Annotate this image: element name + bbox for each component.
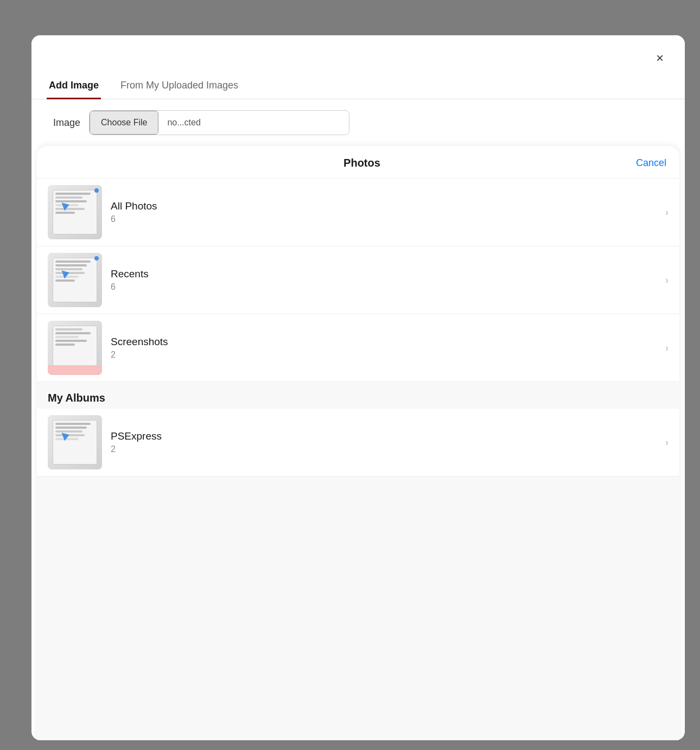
album-thumbnail	[48, 185, 102, 239]
no-file-selected-text: no...cted	[158, 112, 209, 133]
album-count: 6	[111, 214, 657, 224]
file-input-row: Image Choose File no...cted	[31, 99, 685, 146]
album-name: Screenshots	[111, 336, 657, 348]
image-label: Image	[53, 117, 80, 129]
list-item[interactable]: Screenshots 2 ›	[37, 314, 679, 382]
photos-panel: Photos Cancel	[37, 146, 679, 740]
album-name: All Photos	[111, 200, 657, 212]
close-button[interactable]: ×	[650, 48, 670, 68]
tab-uploaded-images[interactable]: From My Uploaded Images	[118, 73, 240, 99]
my-albums-title: My Albums	[48, 392, 105, 404]
album-thumbnail	[48, 415, 102, 469]
list-item[interactable]: All Photos 6 ›	[37, 179, 679, 246]
album-name: PSExpress	[111, 430, 657, 442]
album-info: Screenshots 2	[111, 336, 657, 360]
album-name: Recents	[111, 268, 657, 280]
chevron-right-icon: ›	[665, 342, 669, 354]
modal-header: ×	[31, 35, 685, 68]
album-thumbnail	[48, 321, 102, 375]
photos-cancel-button[interactable]: Cancel	[636, 157, 666, 169]
album-count: 6	[111, 282, 657, 292]
album-info: PSExpress 2	[111, 430, 657, 454]
chevron-right-icon: ›	[665, 207, 669, 218]
album-info: Recents 6	[111, 268, 657, 292]
choose-file-button[interactable]: Choose File	[90, 111, 158, 135]
album-thumbnail	[48, 253, 102, 307]
list-item[interactable]: PSExpress 2 ›	[37, 409, 679, 476]
album-count: 2	[111, 444, 657, 454]
album-count: 2	[111, 350, 657, 360]
add-image-modal: × Add Image From My Uploaded Images Imag…	[31, 35, 685, 740]
albums-list: All Photos 6 ›	[37, 179, 679, 740]
chevron-right-icon: ›	[665, 275, 669, 286]
modal-tabs: Add Image From My Uploaded Images	[31, 73, 685, 99]
tab-add-image[interactable]: Add Image	[47, 73, 101, 99]
chevron-right-icon: ›	[665, 437, 669, 448]
photos-panel-header: Photos Cancel	[37, 146, 679, 179]
album-info: All Photos 6	[111, 200, 657, 224]
photos-panel-title: Photos	[88, 157, 636, 169]
my-albums-section-header: My Albums	[37, 382, 679, 409]
list-item[interactable]: Recents 6 ›	[37, 246, 679, 314]
file-input-container: Choose File no...cted	[89, 110, 349, 135]
